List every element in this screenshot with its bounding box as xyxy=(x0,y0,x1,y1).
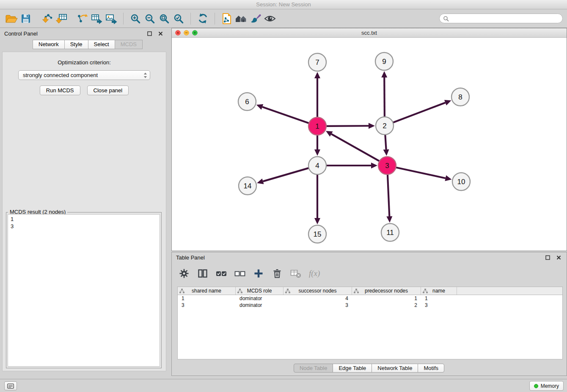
table-cell: 2 xyxy=(352,302,421,309)
graph-edge-3-10[interactable] xyxy=(396,167,446,178)
close-window-button[interactable] xyxy=(175,30,181,36)
add-column-button[interactable] xyxy=(253,268,264,279)
column-header-name[interactable]: name xyxy=(421,287,457,295)
folder-open-icon xyxy=(5,13,18,24)
memory-button[interactable]: Memory xyxy=(529,381,564,391)
column-header-shared-name[interactable]: shared name xyxy=(178,287,236,295)
graph-edge-2-8[interactable] xyxy=(393,102,446,122)
import-table-button[interactable] xyxy=(54,12,69,25)
zoom-selected-button[interactable] xyxy=(171,12,186,25)
table-options-button[interactable] xyxy=(179,268,190,279)
zoom-in-icon xyxy=(130,13,141,24)
table-panel-header: Table Panel xyxy=(172,252,567,263)
table-cell: 1 xyxy=(352,295,421,302)
column-header-successor-nodes[interactable]: successor nodes xyxy=(284,287,352,295)
network-canvas[interactable]: 7968124314101511 xyxy=(172,38,567,251)
run-mcds-button[interactable]: Run MCDS xyxy=(40,86,80,95)
graph-edge-2-3[interactable] xyxy=(385,135,386,149)
import-network-icon xyxy=(41,13,53,24)
float-control-panel-button[interactable] xyxy=(146,31,153,37)
import-network-button[interactable] xyxy=(40,12,54,25)
minimize-window-button[interactable] xyxy=(184,30,189,36)
network-from-file-button[interactable] xyxy=(220,12,234,25)
network-graph[interactable]: 7968124314101511 xyxy=(172,38,567,251)
table-tab-node-table[interactable]: Node Table xyxy=(294,364,333,373)
graph-node-label: 10 xyxy=(457,178,465,186)
zoom-fit-button[interactable] xyxy=(157,12,171,25)
export-table-button[interactable] xyxy=(90,12,104,25)
table-body: 1dominator4113dominator323 xyxy=(178,295,562,309)
tab-network[interactable]: Network xyxy=(33,40,65,49)
export-network-button[interactable] xyxy=(75,12,90,25)
graph-edge-3-11[interactable] xyxy=(388,174,389,216)
graph-edge-1-2[interactable] xyxy=(326,126,369,126)
column-grid-icon[interactable] xyxy=(237,289,242,293)
delete-table-button xyxy=(290,268,301,279)
table-tab-network-table[interactable]: Network Table xyxy=(372,364,418,373)
mac-zoom-icon xyxy=(192,30,198,36)
window-title: Session: New Session xyxy=(256,1,311,8)
open-session-button[interactable] xyxy=(4,12,19,25)
show-console-button[interactable] xyxy=(4,381,17,390)
select-all-icon xyxy=(216,268,227,279)
list-icon xyxy=(7,384,14,389)
refresh-view-button[interactable] xyxy=(195,12,210,25)
deselect-all-rows-button[interactable] xyxy=(234,268,245,279)
edge-arrow-icon xyxy=(386,216,392,223)
graph-edge-2-9[interactable] xyxy=(384,77,385,117)
close-control-panel-button[interactable] xyxy=(157,31,164,37)
tab-style[interactable]: Style xyxy=(64,40,88,49)
export-table-icon xyxy=(91,13,103,24)
float-icon xyxy=(545,255,550,260)
apply-style-button[interactable] xyxy=(248,12,263,25)
select-all-rows-button[interactable] xyxy=(216,268,227,279)
table-panel: Table Panel f(x) shared nameMCDS rolesuc… xyxy=(171,252,567,376)
home-view-button[interactable] xyxy=(234,12,248,25)
search-input[interactable] xyxy=(451,16,559,22)
graph-edge-4-14[interactable] xyxy=(263,168,308,182)
document-network-icon xyxy=(221,13,232,25)
close-table-panel-button[interactable] xyxy=(555,255,562,261)
column-grid-icon[interactable] xyxy=(179,289,184,293)
delete-column-button[interactable] xyxy=(272,268,283,279)
column-header-label: shared name xyxy=(192,288,221,294)
table-row[interactable]: 1dominator411 xyxy=(178,295,562,302)
zoom-window-button[interactable] xyxy=(192,30,198,36)
mcds-result-area[interactable]: 13 xyxy=(8,214,160,367)
zoom-out-icon xyxy=(144,13,155,24)
float-table-panel-button[interactable] xyxy=(544,255,551,261)
tab-mcds[interactable]: MCDS xyxy=(115,40,143,49)
zoom-in-button[interactable] xyxy=(128,12,143,25)
save-session-button[interactable] xyxy=(19,12,33,25)
table-cell: dominator xyxy=(236,302,284,309)
graph-node-label: 11 xyxy=(386,229,394,237)
column-grid-icon[interactable] xyxy=(354,289,359,293)
main-toolbar-icons xyxy=(4,12,277,25)
main-toolbar xyxy=(0,9,567,28)
column-grid-icon[interactable] xyxy=(285,289,290,293)
table-tab-motifs[interactable]: Motifs xyxy=(418,364,444,373)
search-box[interactable] xyxy=(439,14,563,23)
toggle-graphics-details-button[interactable] xyxy=(263,12,277,25)
export-image-button[interactable] xyxy=(104,12,118,25)
close-panel-button[interactable]: Close panel xyxy=(87,86,129,95)
column-header-predecessor-nodes[interactable]: predecessor nodes xyxy=(352,287,421,295)
table-cell: dominator xyxy=(236,295,284,302)
control-panel-title: Control Panel xyxy=(4,30,38,37)
column-grid-icon[interactable] xyxy=(423,289,428,293)
edge-arrow-icon xyxy=(369,123,375,129)
graph-edge-3-1[interactable] xyxy=(331,134,380,161)
application-window: { "window": { "title": "Session: New Ses… xyxy=(0,0,567,392)
criterion-select[interactable]: strongly connected component xyxy=(18,70,150,80)
graph-edge-1-6[interactable] xyxy=(262,107,309,124)
table-tab-edge-table[interactable]: Edge Table xyxy=(333,364,372,373)
tab-select[interactable]: Select xyxy=(88,40,115,49)
memory-button-label: Memory xyxy=(541,383,559,389)
refresh-icon xyxy=(197,13,209,24)
optimization-criterion-label: Optimization criterion: xyxy=(3,59,166,66)
edge-arrow-icon xyxy=(314,218,320,224)
table-row[interactable]: 3dominator323 xyxy=(178,302,562,309)
zoom-out-button[interactable] xyxy=(143,12,157,25)
column-header-mcds-role[interactable]: MCDS role xyxy=(236,287,284,295)
show-columns-button[interactable] xyxy=(197,268,208,279)
